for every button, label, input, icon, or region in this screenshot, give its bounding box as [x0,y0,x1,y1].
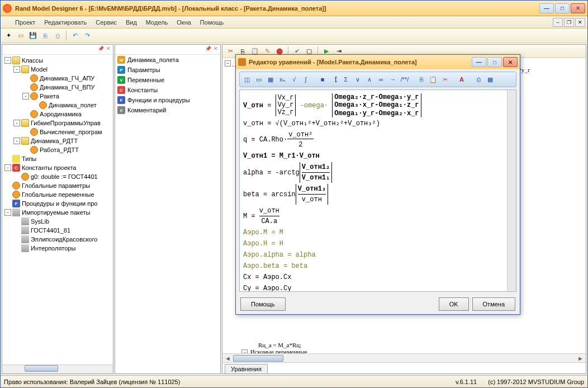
class-section-item[interactable]: PПараметры [115,65,220,75]
dlg-ok-button[interactable]: OK [439,297,469,311]
tree-item[interactable]: Динамика_ГЧ_АПУ [3,74,112,83]
etb-cut[interactable]: ✂ [225,46,236,57]
dtb-cut[interactable]: ✂ [440,74,450,84]
tb-print[interactable]: ⎙ [52,30,63,41]
dtb-row[interactable]: ▭ [254,74,264,84]
tab-equations[interactable]: Уравнения [225,364,268,373]
tree-item[interactable]: -Динамика_РДТТ [3,136,112,145]
dlg-help-button[interactable]: Помощь [240,297,286,311]
class-section-item[interactable]: VПеременные [115,75,220,85]
menu-edit[interactable]: Редактировать [40,18,91,27]
tree-item[interactable]: Аэродинамика [3,110,112,119]
menu-view[interactable]: Вид [121,18,141,27]
dlg-close[interactable]: ✕ [503,57,518,67]
dtb-integral[interactable]: ∫ [301,74,311,84]
tree-item[interactable]: Работа_РДТТ [3,145,112,154]
tree-item[interactable]: Интерполяторы [3,244,112,253]
tree-item[interactable]: SysLib [3,217,112,226]
dtb-bold[interactable]: ■ [317,74,328,84]
tb-save[interactable]: 💾 [27,30,39,41]
mdi-restore[interactable]: ❐ [564,18,574,27]
main-toolbar: ✦ ▭ 💾 ⎘ ⎙ ↶ ↷ [1,29,587,43]
dtb-down[interactable]: ∧ [364,74,374,84]
menu-model[interactable]: Модель [141,18,172,27]
mdi-close[interactable]: ✕ [575,18,585,27]
tb-undo[interactable]: ↶ [69,30,80,41]
dlg-min[interactable]: — [472,57,486,67]
statusbar: Право использования: Валерий Зайцев (лиц… [1,375,587,387]
tree-item[interactable]: -Классы [3,56,112,65]
dtb-inf[interactable]: ∞ [376,74,386,84]
right-hscroll[interactable]: ◄ ► [222,353,586,362]
minimize-button[interactable]: — [539,3,554,13]
tree-item[interactable]: -CКонстанты проекта [3,163,112,172]
equation-content[interactable]: V_отн = Vx_гVy_гVz_г -omega· Omega₂·z_г-… [239,89,516,292]
project-tree-panel: 📌✕ -Классы-ModelДинамика_ГЧ_АПУДинамика_… [2,44,113,374]
tb-open[interactable]: ▭ [15,30,26,41]
equation-editor-dialog: Редактор уравнений - [Model.Ракета.Динам… [235,54,520,315]
tree-item[interactable]: Динамика_полет [3,101,112,110]
expander2[interactable]: − [241,349,248,353]
menu-project[interactable]: Проект [11,18,40,27]
dtb-comment[interactable]: /**/ [400,74,410,84]
tree-item[interactable]: -Импортируемые пакеты [3,208,112,217]
tb-saveall[interactable]: ⎘ [40,30,51,41]
window-title: Rand Model Designer 6 - [E:\MvEM\M\БРДД\… [15,5,539,12]
dtb-index[interactable]: xₙ [277,74,287,84]
dtb-sum[interactable]: Σ [341,74,351,84]
pin-icon[interactable]: 📌 [98,46,104,53]
tree-item[interactable]: Типы [3,154,112,163]
project-tree[interactable]: -Классы-ModelДинамика_ГЧ_АПУДинамика_ГЧ_… [2,55,113,365]
mdi-minimize[interactable]: – [553,18,563,27]
panel-close-icon[interactable]: ✕ [106,46,111,53]
dtb-arrow[interactable]: → [388,74,398,84]
dialog-titlebar[interactable]: Редактор уравнений - [Model.Ракета.Динам… [236,55,520,69]
dtb-up[interactable]: ∨ [353,74,363,84]
tree-item[interactable]: ЭллипсоидКрасовского [3,235,112,244]
tree-item[interactable]: -ГибкиеПрограммыУправ [3,119,112,127]
menu-help[interactable]: Помощь [196,18,229,27]
dtb-save[interactable]: ▦ [485,74,495,84]
tree-item[interactable]: Глобальные переменные [3,190,112,199]
dlg-vscroll[interactable] [507,90,516,291]
class-section-item[interactable]: idДинамика_полета [115,55,220,65]
tb-new[interactable]: ✦ [3,30,14,41]
class-section-item[interactable]: CКонстанты [115,85,220,95]
dtb-matrix[interactable]: ▦ [265,74,276,84]
sb-copyright: (c) 1997-2012 MVSTUDIUM Group [488,378,584,385]
expander[interactable]: − [225,60,231,67]
tree-item[interactable]: -Model [3,65,112,74]
tree-item[interactable]: g0: double := ГОСТ4401 [3,172,112,181]
dtb-bracket[interactable]: 【 [329,74,339,84]
class-section-item[interactable]: //Комментарий [115,105,220,115]
tree-item[interactable]: Динамика_ГЧ_ВПУ [3,83,112,92]
tree-item[interactable]: Вычисление_програм [3,127,112,136]
menu-service[interactable]: Сервис [91,18,121,27]
mid-pin-icon[interactable]: 📌 [205,46,211,53]
dtb-copy[interactable]: ⎘ [416,74,426,84]
dtb-paste[interactable]: 📋 [428,74,438,84]
dtb-print[interactable]: ⎙ [473,74,483,84]
dlg-cancel-button[interactable]: Отмена [472,297,515,311]
mid-close-icon[interactable]: ✕ [214,46,218,53]
code-section: − Искомые переменные [225,348,585,353]
maximize-button[interactable]: □ [555,3,570,13]
dtb-sqrt[interactable]: √ [289,74,299,84]
tree-item[interactable]: FПроцедуры и функции про [3,199,112,208]
class-section-item[interactable]: FФункции и процедуры [115,95,220,105]
tree-item[interactable]: -Ракета [3,92,112,101]
menu-windows[interactable]: Окна [172,18,196,27]
tab-strip: Уравнения [222,362,586,373]
tb-redo[interactable]: ↷ [82,30,93,41]
left-hscroll[interactable] [2,365,113,373]
dtb-font[interactable]: A [457,74,467,84]
dlg-max[interactable]: □ [487,57,502,67]
tree-item[interactable]: Глобальные параметры [3,181,112,190]
tree-item[interactable]: ГОСТ4401_81 [3,226,112,235]
dtb-split[interactable]: ◫ [242,74,252,84]
sb-license: Право использования: Валерий Зайцев (лиц… [4,378,180,385]
app-icon [3,4,12,13]
menu-icon [3,18,11,26]
close-button[interactable]: ✕ [571,3,585,13]
dialog-toolbar: ◫ ▭ ▦ xₙ √ ∫ ■ 【 Σ ∨ ∧ ∞ → /**/ ⎘ 📋 ✂ A … [239,72,516,87]
